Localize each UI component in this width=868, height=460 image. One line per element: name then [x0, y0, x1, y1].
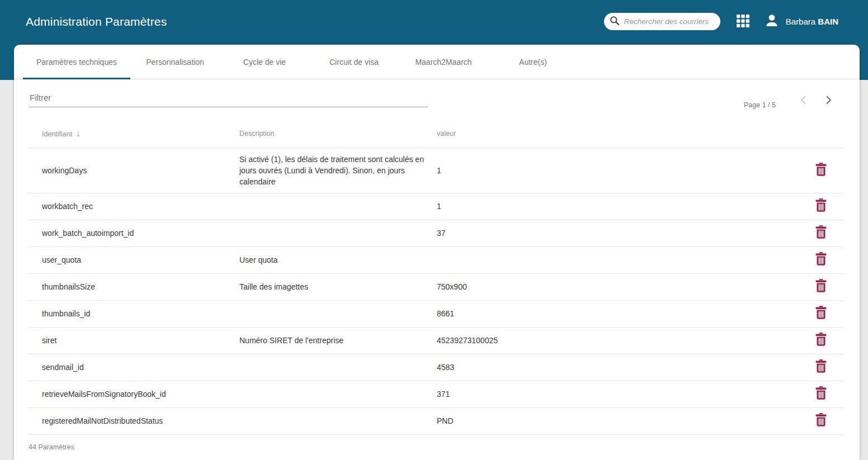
param-description — [239, 193, 437, 220]
param-description: Si activé (1), les délais de traitement … — [239, 148, 437, 193]
trash-icon — [814, 314, 828, 322]
param-description — [239, 300, 437, 327]
param-count: 44 Paramètres — [14, 435, 860, 451]
table-row[interactable]: work_batch_autoimport_id 37 — [28, 220, 843, 246]
param-id: workingDays — [28, 148, 239, 193]
trash-icon — [814, 340, 828, 349]
chevron-right-icon — [823, 95, 833, 107]
search-icon — [609, 15, 620, 29]
page-title: Administration Paramètres — [26, 15, 167, 29]
param-value: 37 — [437, 220, 799, 246]
delete-button[interactable] — [811, 410, 831, 431]
column-header-identifiant[interactable]: Identifiant↓ — [28, 120, 239, 148]
param-value: 750x900 — [437, 273, 799, 300]
param-id: workbatch_rec — [28, 193, 239, 220]
param-description — [239, 407, 437, 434]
chevron-left-icon — [799, 95, 809, 107]
delete-button[interactable] — [811, 276, 831, 297]
parameters-table: Identifiant↓ Description valeur workingD… — [28, 120, 843, 435]
table-row[interactable]: retrieveMailsFromSignatoryBook_id 371 — [28, 381, 843, 407]
trash-icon — [814, 233, 828, 241]
param-value: 8661 — [437, 300, 799, 327]
param-value: PND — [437, 407, 799, 434]
param-value: 1 — [437, 148, 799, 193]
delete-button[interactable] — [811, 160, 831, 181]
tab-personnalisation[interactable]: Personnalisation — [130, 45, 220, 79]
delete-button[interactable] — [811, 303, 831, 324]
column-header-description[interactable]: Description — [239, 120, 437, 148]
table-row[interactable]: workbatch_rec 1 — [28, 193, 843, 220]
param-value: 45239273100025 — [437, 327, 799, 354]
trash-icon — [814, 367, 828, 376]
table-row[interactable]: user_quota User quota — [28, 246, 843, 273]
tab-maarch2maarch[interactable]: Maarch2Maarch — [399, 45, 488, 79]
tab-bar: Paramètres techniques Personnalisation C… — [14, 45, 860, 79]
param-id: thumbnails_id — [28, 300, 239, 327]
param-description — [239, 220, 437, 246]
param-id: thumbnailsSize — [28, 273, 239, 300]
param-value — [437, 246, 799, 273]
apps-grid-button[interactable] — [736, 14, 750, 30]
tab-autres[interactable]: Autre(s) — [488, 45, 578, 79]
global-search[interactable] — [604, 13, 720, 30]
param-description: Numéro SIRET de l'entreprise — [239, 327, 437, 354]
tab-cycle-de-vie[interactable]: Cycle de vie — [220, 45, 309, 79]
trash-icon — [814, 287, 828, 295]
delete-button[interactable] — [811, 330, 831, 351]
next-page-button[interactable] — [816, 88, 841, 113]
column-header-actions — [799, 120, 843, 148]
delete-button[interactable] — [811, 383, 831, 405]
page-indicator: Page 1 / 5 — [744, 101, 776, 109]
table-row[interactable]: thumbnails_id 8661 — [28, 300, 843, 327]
param-description: User quota — [239, 246, 437, 273]
table-row[interactable]: workingDays Si activé (1), les délais de… — [28, 148, 843, 193]
appbar-actions: Barbara BAIN — [604, 13, 838, 31]
global-search-input[interactable] — [624, 17, 714, 26]
tab-circuit-de-visa[interactable]: Circuit de visa — [309, 45, 399, 79]
param-value: 4583 — [437, 354, 799, 381]
tab-parametres-techniques[interactable]: Paramètres techniques — [23, 45, 130, 79]
table-row[interactable]: siret Numéro SIRET de l'entreprise 45239… — [28, 327, 843, 354]
user-name: Barbara BAIN — [786, 17, 838, 26]
trash-icon — [814, 206, 828, 215]
user-avatar-icon — [764, 13, 780, 31]
param-description — [239, 381, 437, 407]
prev-page-button[interactable] — [791, 88, 816, 113]
filter-input[interactable] — [29, 87, 428, 107]
param-id: user_quota — [28, 246, 239, 273]
trash-icon — [814, 170, 828, 179]
param-id: registeredMailNotDistributedStatus — [28, 407, 239, 434]
user-menu[interactable]: Barbara BAIN — [764, 13, 838, 31]
apps-grid-icon — [736, 14, 750, 30]
trash-icon — [814, 394, 828, 402]
table-toolbar: Page 1 / 5 — [14, 79, 860, 120]
trash-icon — [814, 421, 828, 429]
param-id: work_batch_autoimport_id — [28, 220, 239, 246]
delete-button[interactable] — [811, 196, 831, 217]
param-value: 371 — [437, 381, 799, 407]
filter-field — [29, 87, 428, 107]
param-id: siret — [28, 327, 239, 354]
table-row[interactable]: registeredMailNotDistributedStatus PND — [28, 407, 843, 434]
content-card: Paramètres techniques Personnalisation C… — [14, 45, 860, 460]
sort-desc-icon: ↓ — [76, 129, 80, 138]
delete-button[interactable] — [811, 249, 831, 271]
param-id: sendmail_id — [28, 354, 239, 381]
param-id: retrieveMailsFromSignatoryBook_id — [28, 381, 239, 407]
column-header-valeur[interactable]: valeur — [437, 120, 799, 148]
pagination: Page 1 / 5 — [744, 87, 841, 113]
param-description — [239, 354, 437, 381]
param-value: 1 — [437, 193, 799, 220]
delete-button[interactable] — [811, 357, 831, 378]
param-description: Taille des imagettes — [239, 273, 437, 300]
app-bar: Administration Paramètres — [0, 0, 868, 43]
trash-icon — [814, 260, 828, 268]
delete-button[interactable] — [811, 222, 831, 244]
table-header-row: Identifiant↓ Description valeur — [28, 120, 843, 148]
table-row[interactable]: thumbnailsSize Taille des imagettes 750x… — [28, 273, 843, 300]
table-row[interactable]: sendmail_id 4583 — [28, 354, 843, 381]
